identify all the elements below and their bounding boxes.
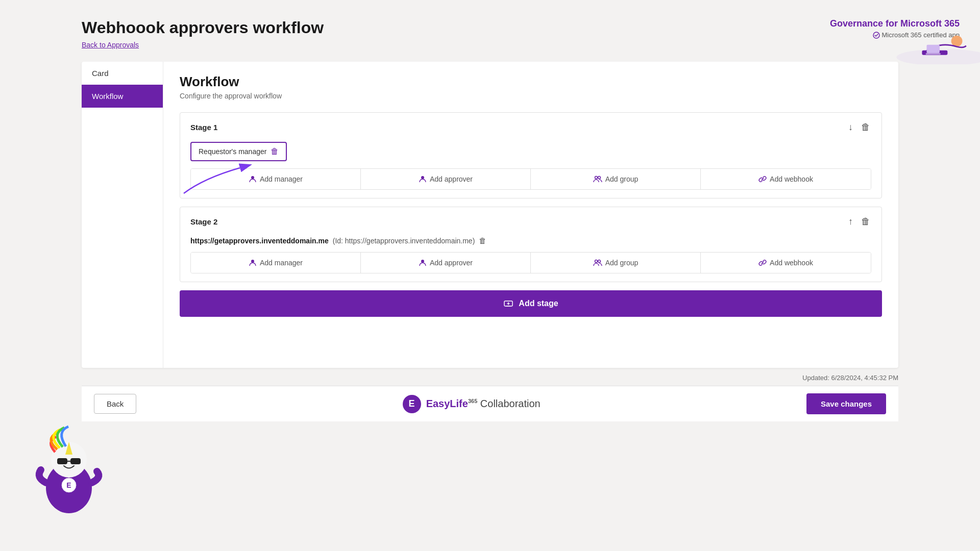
updated-text: Updated: 6/28/2024, 4:45:32 PM xyxy=(82,368,898,386)
svg-point-13 xyxy=(598,260,600,263)
link-icon xyxy=(758,259,767,267)
svg-rect-5 xyxy=(926,53,941,55)
stage-1-down-button[interactable]: ↓ xyxy=(847,121,854,134)
mascot: E xyxy=(31,416,107,520)
hero-illustration xyxy=(878,13,980,64)
svg-point-7 xyxy=(421,176,424,179)
svg-point-12 xyxy=(595,260,597,263)
stage-2-delete-button[interactable]: 🗑 xyxy=(860,215,871,228)
svg-point-8 xyxy=(595,177,597,179)
stage-1-add-manager-button[interactable]: Add manager xyxy=(191,169,361,189)
sidebar: Card Workflow xyxy=(82,62,163,368)
person-icon xyxy=(419,175,427,183)
sidebar-item-card[interactable]: Card xyxy=(82,62,163,85)
main-container: Card Workflow Workflow Configure the app… xyxy=(82,62,898,368)
webhook-id: (Id: https://getapprovers.inventeddomain… xyxy=(333,237,475,245)
page-title: Webhoook approvers workflow xyxy=(82,18,324,37)
stage-1-label: Stage 1 xyxy=(190,123,217,132)
stage-1-actions: ↓ 🗑 xyxy=(847,121,871,134)
back-button[interactable]: Back xyxy=(94,394,136,414)
svg-point-10 xyxy=(251,260,254,263)
stage-1-card: Stage 1 ↓ 🗑 Requestor's manager 🗑 Add ma… xyxy=(180,112,882,198)
stage-2-add-buttons: Add manager Add approver Add group xyxy=(190,252,871,273)
person-icon xyxy=(249,175,257,183)
webhook-url: https://getapprovers.inventeddomain.me xyxy=(190,237,329,245)
person-icon xyxy=(249,259,257,267)
add-stage-label: Add stage xyxy=(519,299,558,308)
footer-logo: E xyxy=(403,395,421,413)
brand-area: Governance for Microsoft 365 Microsoft 3… xyxy=(830,18,980,39)
save-changes-button[interactable]: Save changes xyxy=(806,393,886,414)
svg-rect-20 xyxy=(70,458,81,464)
svg-point-11 xyxy=(421,260,424,263)
stage-1-delete-button[interactable]: 🗑 xyxy=(860,121,871,134)
footer-bar: Back E EasyLife365 Collaboration Save ch… xyxy=(82,386,898,421)
page-header: Webhoook approvers workflow Back to Appr… xyxy=(0,0,980,62)
stage-1-add-approver-button[interactable]: Add approver xyxy=(361,169,531,189)
svg-rect-19 xyxy=(57,458,67,464)
stage-2-add-webhook-button[interactable]: Add webhook xyxy=(701,253,871,273)
stage-2-webhook-entry: https://getapprovers.inventeddomain.me (… xyxy=(190,236,871,245)
stage-2-header: Stage 2 ↑ 🗑 xyxy=(190,215,871,228)
stage-1-add-group-button[interactable]: Add group xyxy=(531,169,701,189)
svg-rect-15 xyxy=(506,306,511,307)
workflow-subtitle: Configure the approval workflow xyxy=(180,92,882,100)
group-icon xyxy=(593,259,602,267)
approver-name: Requestor's manager xyxy=(199,147,266,156)
svg-point-6 xyxy=(251,176,254,179)
footer-brand: E EasyLife365 Collaboration xyxy=(403,395,541,413)
stage-2-card: Stage 2 ↑ 🗑 https://getapprovers.invente… xyxy=(180,207,882,282)
svg-text:E: E xyxy=(66,481,71,489)
stage-1-add-buttons: Add manager Add approver Add group xyxy=(190,168,871,190)
svg-rect-4 xyxy=(926,45,939,53)
stage-1-approver-tag[interactable]: Requestor's manager 🗑 xyxy=(190,142,287,161)
stage-2-label: Stage 2 xyxy=(190,217,217,226)
group-icon xyxy=(593,175,602,183)
stage-2-add-manager-button[interactable]: Add manager xyxy=(191,253,361,273)
stage-2-add-approver-button[interactable]: Add approver xyxy=(361,253,531,273)
stage-2-add-group-button[interactable]: Add group xyxy=(531,253,701,273)
stage-1-header: Stage 1 ↓ 🗑 xyxy=(190,121,871,134)
content-area: Workflow Configure the approval workflow… xyxy=(163,62,898,368)
stage-2-actions: ↑ 🗑 xyxy=(847,215,871,228)
add-stage-icon xyxy=(503,298,513,309)
stage-2-up-button[interactable]: ↑ xyxy=(847,215,854,228)
svg-point-9 xyxy=(598,177,600,179)
add-stage-button[interactable]: Add stage xyxy=(180,290,882,317)
workflow-heading: Workflow xyxy=(180,74,882,90)
person-icon xyxy=(419,259,427,267)
approver-tag-delete-icon[interactable]: 🗑 xyxy=(271,147,279,156)
unicorn-svg: E xyxy=(31,416,107,518)
footer-brand-name: EasyLife365 Collaboration xyxy=(426,398,541,410)
back-to-approvals-link[interactable]: Back to Approvals xyxy=(82,41,139,49)
header-left: Webhoook approvers workflow Back to Appr… xyxy=(82,18,324,49)
page-footer: Updated: 6/28/2024, 4:45:32 PM Back E Ea… xyxy=(82,368,898,421)
link-icon xyxy=(758,175,767,183)
stage-1-add-webhook-button[interactable]: Add webhook xyxy=(701,169,871,189)
sidebar-item-workflow[interactable]: Workflow xyxy=(82,85,163,108)
webhook-delete-icon[interactable]: 🗑 xyxy=(479,236,486,245)
